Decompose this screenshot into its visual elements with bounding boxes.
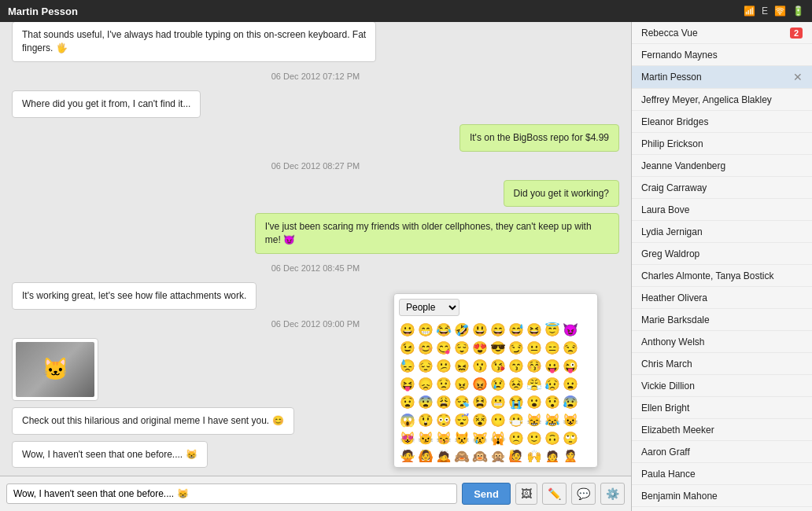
contact-item[interactable]: Benjamin Mahone bbox=[632, 485, 812, 507]
emoji-cell[interactable]: 😯 bbox=[544, 393, 561, 410]
emoji-cell[interactable]: 😛 bbox=[544, 357, 561, 374]
emoji-cell[interactable]: 😇 bbox=[544, 321, 561, 338]
emoji-cell[interactable]: 😽 bbox=[435, 429, 452, 447]
emoji-cell[interactable]: 🙋 bbox=[507, 447, 525, 462]
emoji-cell[interactable]: 😖 bbox=[453, 357, 471, 374]
emoji-cell[interactable]: 😤 bbox=[526, 375, 543, 392]
emoji-cell[interactable]: 😻 bbox=[399, 429, 416, 447]
emoji-cell[interactable]: 🙀 bbox=[489, 429, 507, 447]
emoji-cell[interactable]: 😷 bbox=[507, 411, 525, 428]
emoji-cell[interactable]: 😘 bbox=[489, 357, 507, 374]
image-button[interactable]: 🖼 bbox=[515, 483, 537, 505]
emoji-cell[interactable]: 🙆 bbox=[417, 447, 434, 462]
contact-item[interactable]: Jeanne Vandenberg bbox=[632, 155, 812, 177]
emoji-cell[interactable]: 😧 bbox=[399, 393, 416, 410]
send-button[interactable]: Send bbox=[462, 483, 511, 505]
emoji-cell[interactable]: 🙁 bbox=[507, 429, 525, 447]
chat-input[interactable] bbox=[6, 483, 457, 504]
emoji-cell[interactable]: 😝 bbox=[399, 375, 416, 392]
emoji-cell[interactable]: 😔 bbox=[417, 357, 434, 374]
emoji-cell[interactable]: 😪 bbox=[453, 393, 471, 410]
contact-item[interactable]: Craig Carraway bbox=[632, 177, 812, 199]
emoji-cell[interactable]: 😂 bbox=[435, 321, 452, 338]
contact-item[interactable]: Charles Almonte, Tanya Bostick bbox=[632, 265, 812, 287]
emoji-cell[interactable]: 😗 bbox=[471, 357, 489, 374]
emoji-cell[interactable]: 😥 bbox=[544, 375, 561, 392]
emoji-cell[interactable]: 😊 bbox=[417, 339, 434, 356]
emoji-cell[interactable]: 😸 bbox=[526, 411, 543, 428]
emoji-cell[interactable]: 🙄 bbox=[562, 429, 579, 447]
emoji-cell[interactable]: 😲 bbox=[417, 411, 434, 428]
emoji-cell[interactable]: 😀 bbox=[399, 321, 416, 338]
contact-item[interactable]: Lydia Jernigan bbox=[632, 221, 812, 243]
emoji-cell[interactable]: 😺 bbox=[562, 411, 579, 428]
emoji-cell[interactable]: 😆 bbox=[526, 321, 543, 338]
emoji-cell[interactable]: 😒 bbox=[562, 339, 579, 356]
contact-item[interactable]: Greg Waldrop bbox=[632, 243, 812, 265]
emoji-cell[interactable]: 😳 bbox=[435, 411, 452, 428]
emoji-cell[interactable]: 🙌 bbox=[526, 447, 543, 462]
emoji-cell[interactable]: 😿 bbox=[471, 429, 489, 447]
emoji-cell[interactable]: 😾 bbox=[453, 429, 471, 447]
emoji-cell[interactable]: 😓 bbox=[399, 357, 416, 374]
contact-item[interactable]: Elizabeth Meeker bbox=[632, 419, 812, 441]
contact-item[interactable]: Vickie Dillion bbox=[632, 375, 812, 397]
emoji-cell[interactable]: 😚 bbox=[526, 357, 543, 374]
contact-close-button[interactable]: ✕ bbox=[793, 71, 803, 83]
emoji-cell[interactable]: 🙈 bbox=[453, 447, 471, 462]
emoji-cell[interactable]: 😞 bbox=[417, 375, 434, 392]
emoji-cell[interactable]: 🙉 bbox=[471, 447, 489, 462]
emoji-cell[interactable]: 😦 bbox=[562, 375, 579, 392]
emoji-cell[interactable]: 😢 bbox=[489, 375, 507, 392]
emoji-cell[interactable]: 🙅 bbox=[399, 447, 416, 462]
emoji-category-select[interactable]: PeopleNatureObjectsPlacesSymbols bbox=[399, 299, 460, 316]
emoji-cell[interactable]: 😄 bbox=[489, 321, 507, 338]
contact-item[interactable]: Eleanor Bridges bbox=[632, 111, 812, 133]
emoji-cell[interactable]: 😑 bbox=[544, 339, 561, 356]
speech-button[interactable]: 💬 bbox=[571, 483, 596, 505]
contact-item[interactable]: Marie Barksdale bbox=[632, 309, 812, 331]
emoji-cell[interactable]: 😭 bbox=[507, 393, 525, 410]
edit-button[interactable]: ✏️ bbox=[542, 483, 567, 505]
contact-item[interactable]: Aaron Graff bbox=[632, 441, 812, 463]
emoji-cell[interactable]: 😬 bbox=[489, 393, 507, 410]
contact-item[interactable]: Rebecca Vue2 bbox=[632, 22, 812, 44]
emoji-cell[interactable]: 😹 bbox=[544, 411, 561, 428]
emoji-cell[interactable]: 🙍 bbox=[544, 447, 561, 462]
contact-item[interactable]: Martin Pesson✕ bbox=[632, 66, 812, 89]
emoji-cell[interactable]: 😱 bbox=[399, 411, 416, 428]
emoji-cell[interactable]: 😟 bbox=[435, 375, 452, 392]
emoji-cell[interactable]: 😫 bbox=[471, 393, 489, 410]
emoji-cell[interactable]: 🙇 bbox=[435, 447, 452, 462]
emoji-cell[interactable]: 🙃 bbox=[544, 429, 561, 447]
settings-button[interactable]: ⚙️ bbox=[600, 483, 625, 505]
emoji-cell[interactable]: 🙂 bbox=[526, 429, 543, 447]
emoji-cell[interactable]: 🙊 bbox=[489, 447, 507, 462]
emoji-cell[interactable]: 😈 bbox=[562, 321, 579, 338]
contact-item[interactable]: Jeffrey Meyer, Angelica Blakley bbox=[632, 89, 812, 111]
emoji-cell[interactable]: 😌 bbox=[453, 339, 471, 356]
emoji-cell[interactable]: 😰 bbox=[562, 393, 579, 410]
emoji-cell[interactable]: 😼 bbox=[417, 429, 434, 447]
contact-item[interactable]: Fernando Maynes bbox=[632, 44, 812, 66]
contact-item[interactable]: Ellen Bright bbox=[632, 397, 812, 419]
emoji-cell[interactable]: 😃 bbox=[471, 321, 489, 338]
emoji-cell[interactable]: 😙 bbox=[507, 357, 525, 374]
emoji-cell[interactable]: 😠 bbox=[453, 375, 471, 392]
emoji-cell[interactable]: 😕 bbox=[435, 357, 452, 374]
contact-item[interactable]: Laura Bove bbox=[632, 199, 812, 221]
emoji-cell[interactable]: 😍 bbox=[471, 339, 489, 356]
emoji-cell[interactable]: 😵 bbox=[471, 411, 489, 428]
contact-item[interactable]: Philip Erickson bbox=[632, 133, 812, 155]
emoji-cell[interactable]: 🤣 bbox=[453, 321, 471, 338]
emoji-cell[interactable]: 😶 bbox=[489, 411, 507, 428]
emoji-cell[interactable]: 😜 bbox=[562, 357, 579, 374]
emoji-cell[interactable]: 😎 bbox=[489, 339, 507, 356]
emoji-cell[interactable]: 😁 bbox=[417, 321, 434, 338]
emoji-cell[interactable]: 😏 bbox=[507, 339, 525, 356]
emoji-cell[interactable]: 😣 bbox=[507, 375, 525, 392]
emoji-cell[interactable]: 😋 bbox=[435, 339, 452, 356]
contact-item[interactable]: Chris March bbox=[632, 353, 812, 375]
emoji-cell[interactable]: 😮 bbox=[526, 393, 543, 410]
contact-item[interactable]: Paula Hance bbox=[632, 463, 812, 485]
